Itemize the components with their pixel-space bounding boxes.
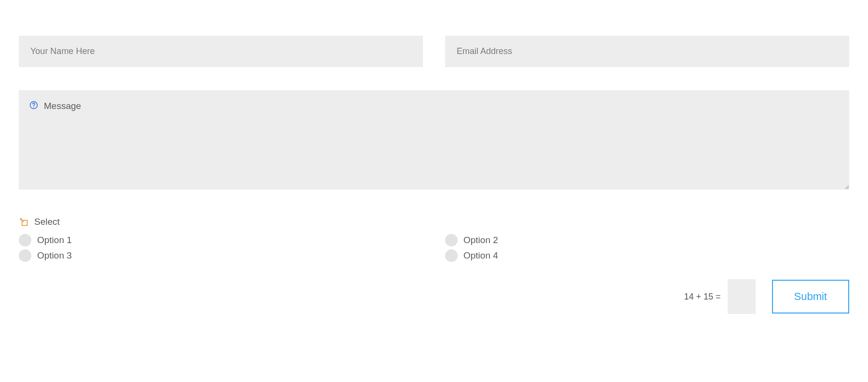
select-section: Select Option 1 Option 2 Option 3 Option…	[19, 217, 849, 262]
option-label: Option 1	[37, 235, 72, 246]
radio-icon	[19, 249, 31, 262]
submit-row: 14 + 15 = Submit	[19, 279, 849, 314]
message-textarea[interactable]	[19, 90, 849, 190]
name-email-row	[19, 36, 849, 67]
options-grid: Option 1 Option 2 Option 3 Option 4	[19, 234, 849, 262]
radio-icon	[19, 234, 31, 246]
select-label-row: Select	[19, 217, 849, 227]
name-input[interactable]	[19, 36, 423, 67]
option-label: Option 2	[463, 235, 498, 246]
expand-icon	[19, 217, 28, 227]
captcha-input[interactable]	[728, 279, 756, 314]
select-label: Select	[34, 217, 60, 227]
captcha-question: 14 + 15 =	[684, 292, 720, 302]
option-4[interactable]: Option 4	[445, 249, 849, 262]
option-1[interactable]: Option 1	[19, 234, 423, 246]
radio-icon	[445, 249, 458, 262]
submit-button[interactable]: Submit	[772, 280, 849, 314]
option-3[interactable]: Option 3	[19, 249, 423, 262]
email-input[interactable]	[445, 36, 849, 67]
radio-icon	[445, 234, 458, 246]
message-wrapper	[19, 90, 849, 191]
option-label: Option 4	[463, 250, 498, 261]
option-label: Option 3	[37, 250, 72, 261]
option-2[interactable]: Option 2	[445, 234, 849, 246]
